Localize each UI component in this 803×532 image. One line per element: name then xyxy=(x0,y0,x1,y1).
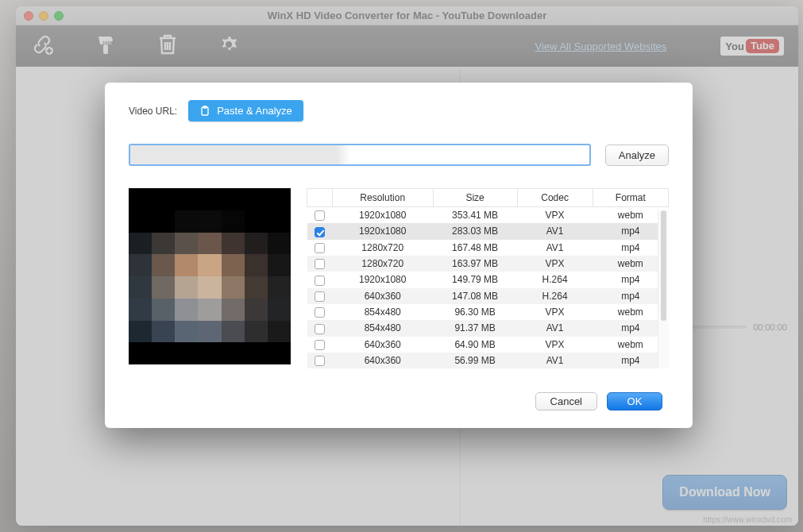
header-codec: Codec xyxy=(517,189,593,207)
cell-size: 149.79 MB xyxy=(433,272,517,287)
cell-resolution: 1280x720 xyxy=(332,256,433,272)
table-row[interactable]: 1280x720167.48 MBAV1mp4 xyxy=(307,240,669,256)
cell-resolution: 1280x720 xyxy=(332,240,433,256)
row-checkbox[interactable] xyxy=(315,259,325,269)
cell-size: 147.08 MB xyxy=(433,288,517,304)
cell-codec: VPX xyxy=(517,207,593,224)
table-row[interactable]: 1920x1080283.03 MBAV1mp4 xyxy=(307,223,669,239)
cell-size: 167.48 MB xyxy=(433,240,517,256)
cell-size: 91.37 MB xyxy=(433,320,517,336)
row-checkbox[interactable] xyxy=(315,324,325,334)
ok-button[interactable]: OK xyxy=(607,392,662,411)
table-scrollbar[interactable] xyxy=(658,210,669,368)
paste-analyze-button[interactable]: Paste & Analyze xyxy=(188,100,303,121)
analyze-dialog: Video URL: Paste & Analyze Analyze Resol… xyxy=(105,83,693,428)
cell-codec: AV1 xyxy=(517,240,593,256)
cell-size: 96.30 MB xyxy=(433,304,517,320)
cell-size: 353.41 MB xyxy=(433,207,517,224)
cell-codec: VPX xyxy=(517,337,593,353)
cell-size: 163.97 MB xyxy=(433,256,517,272)
cell-codec: AV1 xyxy=(517,353,593,368)
format-table: Resolution Size Codec Format 1920x108035… xyxy=(307,188,669,368)
table-row[interactable]: 1920x1080353.41 MBVPXwebm xyxy=(307,207,669,224)
cancel-button[interactable]: Cancel xyxy=(535,392,597,411)
header-format: Format xyxy=(593,189,668,207)
table-row[interactable]: 1920x1080149.79 MBH.264mp4 xyxy=(307,272,669,287)
cell-resolution: 640x360 xyxy=(332,288,433,304)
video-url-input[interactable] xyxy=(129,144,591,166)
cell-size: 283.03 MB xyxy=(433,223,517,239)
cell-codec: VPX xyxy=(517,256,593,272)
cell-size: 64.90 MB xyxy=(433,337,517,353)
table-row[interactable]: 640x36064.90 MBVPXwebm xyxy=(307,337,669,353)
table-row[interactable]: 854x48091.37 MBAV1mp4 xyxy=(307,320,669,336)
cell-resolution: 854x480 xyxy=(332,320,433,336)
row-checkbox[interactable] xyxy=(315,243,325,253)
row-checkbox[interactable] xyxy=(315,307,325,318)
cell-resolution: 854x480 xyxy=(332,304,433,320)
row-checkbox[interactable] xyxy=(315,210,325,221)
cell-codec: H.264 xyxy=(517,288,593,304)
row-checkbox[interactable] xyxy=(315,276,325,286)
video-url-label: Video URL: xyxy=(129,106,177,117)
cell-codec: AV1 xyxy=(517,320,593,336)
cell-codec: AV1 xyxy=(517,223,593,239)
header-size: Size xyxy=(433,189,517,207)
cell-codec: VPX xyxy=(517,304,593,320)
table-row[interactable]: 854x48096.30 MBVPXwebm xyxy=(307,304,669,320)
paste-analyze-label: Paste & Analyze xyxy=(217,105,292,117)
analyze-button[interactable]: Analyze xyxy=(605,145,669,166)
video-thumbnail xyxy=(129,188,291,364)
row-checkbox[interactable] xyxy=(315,356,325,366)
cell-resolution: 1920x1080 xyxy=(332,272,433,287)
cell-codec: H.264 xyxy=(517,272,593,287)
table-row[interactable]: 640x36056.99 MBAV1mp4 xyxy=(307,353,669,368)
cell-resolution: 1920x1080 xyxy=(332,207,433,224)
cell-resolution: 1920x1080 xyxy=(332,223,433,239)
cell-resolution: 640x360 xyxy=(332,353,433,368)
table-row[interactable]: 640x360147.08 MBH.264mp4 xyxy=(307,288,669,304)
table-row[interactable]: 1280x720163.97 MBVPXwebm xyxy=(307,256,669,272)
row-checkbox[interactable] xyxy=(315,227,325,237)
cell-resolution: 640x360 xyxy=(332,337,433,353)
row-checkbox[interactable] xyxy=(315,340,325,350)
row-checkbox[interactable] xyxy=(315,291,325,302)
header-resolution: Resolution xyxy=(332,189,433,207)
cell-size: 56.99 MB xyxy=(433,353,517,368)
